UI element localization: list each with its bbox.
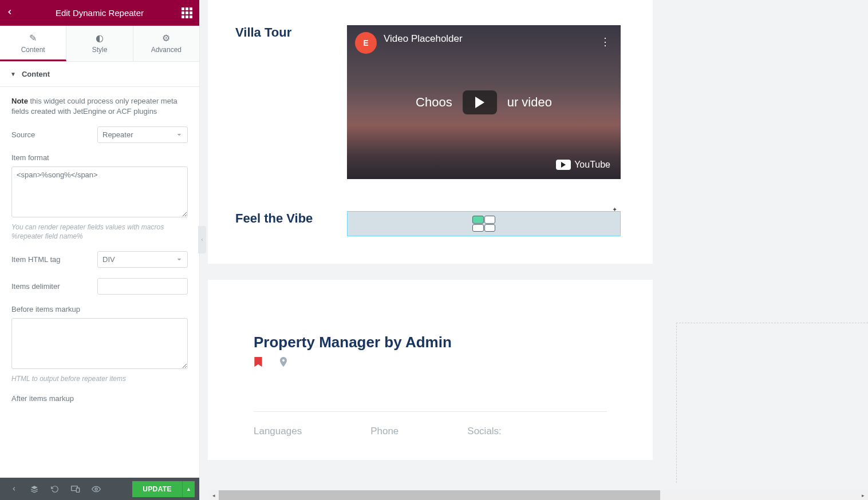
- repeater-widget-placeholder[interactable]: ✦: [347, 211, 621, 236]
- tab-content[interactable]: ✎ Content: [0, 26, 66, 61]
- scroll-right-arrow-icon[interactable]: ▸: [858, 490, 868, 500]
- item-format-help: You can render repeater fields values wi…: [11, 223, 188, 241]
- location-pin-icon[interactable]: [279, 357, 288, 371]
- note-rest: this widget could process only repeater …: [11, 97, 177, 116]
- history-icon[interactable]: [46, 481, 64, 498]
- tab-style[interactable]: ◐ Style: [66, 26, 133, 61]
- before-markup-help: HTML to output before repeater items: [11, 374, 188, 383]
- video-brand-icon: E: [355, 32, 377, 54]
- video-placeholder[interactable]: E Video Placeholder ⋮ Choos ur video You…: [347, 25, 621, 179]
- manager-icons: [254, 357, 607, 371]
- svg-marker-0: [31, 486, 38, 489]
- contrast-icon: ◐: [66, 33, 132, 43]
- info-socials: Socials:: [467, 426, 502, 437]
- footer-back-icon[interactable]: [5, 481, 23, 498]
- youtube-badge[interactable]: YouTube: [556, 160, 610, 170]
- villa-heading: Villa Tour: [235, 25, 347, 40]
- tab-label: Content: [21, 46, 45, 54]
- section-title: Content: [22, 70, 50, 78]
- tab-label: Advanced: [151, 46, 182, 54]
- manager-card: Property Manager by Admin Languages Phon…: [208, 280, 653, 460]
- items-delimiter-input[interactable]: [97, 278, 188, 295]
- panel-body: Note this widget could process only repe…: [0, 87, 199, 478]
- tab-advanced[interactable]: ⚙ Advanced: [133, 26, 199, 61]
- video-title: Video Placeholder: [384, 33, 463, 45]
- sidebar-title: Edit Dynamic Repeater: [56, 8, 144, 18]
- widgets-grid-button[interactable]: [182, 7, 192, 18]
- item-html-tag-select[interactable]: DIV: [97, 251, 188, 268]
- villa-row: Villa Tour E Video Placeholder ⋮ Choos u…: [235, 25, 625, 179]
- preview-area: Villa Tour E Video Placeholder ⋮ Choos u…: [200, 0, 868, 500]
- youtube-logo-icon: [556, 160, 571, 170]
- editor-sidebar: Edit Dynamic Repeater ✎ Content ◐ Style …: [0, 0, 200, 500]
- sidebar-header: Edit Dynamic Repeater: [0, 0, 199, 26]
- pencil-icon: ✎: [0, 33, 66, 43]
- item-html-tag-label: Item HTML tag: [11, 255, 97, 264]
- sidebar-footer: UPDATE ▲: [0, 478, 199, 500]
- widget-edit-handle-icon[interactable]: ✦: [612, 206, 620, 213]
- video-center: Choos ur video: [416, 90, 552, 114]
- svg-rect-2: [76, 488, 79, 492]
- gear-icon: ⚙: [133, 33, 199, 43]
- scroll-left-arrow-icon[interactable]: ◂: [209, 490, 219, 500]
- tab-label: Style: [92, 46, 108, 54]
- bookmark-icon[interactable]: [254, 357, 263, 371]
- item-format-textarea[interactable]: <span>%song%</span>: [11, 166, 188, 217]
- vibe-row: Feel the Vibe ✦: [235, 211, 625, 236]
- svg-point-3: [95, 488, 97, 490]
- video-menu-icon[interactable]: ⋮: [600, 35, 610, 48]
- tabs: ✎ Content ◐ Style ⚙ Advanced: [0, 26, 199, 62]
- repeater-icon: [472, 216, 495, 232]
- before-markup-textarea[interactable]: [11, 318, 188, 369]
- update-button-group: UPDATE ▲: [132, 481, 195, 497]
- before-markup-label: Before items markup: [11, 305, 188, 314]
- video-center-left: Choos: [416, 95, 452, 110]
- preview-icon[interactable]: [87, 481, 105, 498]
- back-button[interactable]: [6, 7, 14, 19]
- after-markup-label: After items markup: [11, 394, 188, 403]
- source-label: Source: [11, 130, 97, 139]
- note-bold: Note: [11, 97, 28, 105]
- source-select[interactable]: Repeater: [97, 126, 188, 143]
- scroll-track[interactable]: [219, 490, 858, 500]
- content-card: Villa Tour E Video Placeholder ⋮ Choos u…: [208, 0, 653, 264]
- items-delimiter-label: Items delimiter: [11, 282, 97, 291]
- drop-zone[interactable]: [676, 323, 868, 483]
- responsive-icon[interactable]: [66, 481, 85, 498]
- manager-heading: Property Manager by Admin: [254, 334, 607, 351]
- update-options-toggle[interactable]: ▲: [182, 481, 195, 497]
- layers-icon[interactable]: [25, 481, 44, 498]
- info-languages: Languages: [254, 426, 302, 437]
- section-toggle-content[interactable]: ▼ Content: [0, 62, 199, 87]
- scroll-thumb[interactable]: [219, 490, 660, 500]
- vibe-heading: Feel the Vibe: [235, 211, 347, 226]
- caret-down-icon: ▼: [10, 71, 16, 77]
- collapse-sidebar-handle[interactable]: [198, 226, 206, 253]
- source-row: Source Repeater: [11, 126, 188, 143]
- preview-scroll[interactable]: Villa Tour E Video Placeholder ⋮ Choos u…: [208, 0, 868, 483]
- horizontal-scrollbar[interactable]: ◂ ▸: [209, 490, 868, 500]
- youtube-label: YouTube: [574, 160, 610, 170]
- items-delimiter-row: Items delimiter: [11, 278, 188, 295]
- item-format-label: Item format: [11, 153, 188, 162]
- item-html-tag-row: Item HTML tag DIV: [11, 251, 188, 268]
- info-phone: Phone: [370, 426, 399, 437]
- info-row: Languages Phone Socials:: [254, 426, 607, 437]
- note-text: Note this widget could process only repe…: [11, 96, 188, 116]
- video-center-right: ur video: [507, 95, 552, 110]
- update-button[interactable]: UPDATE: [132, 481, 182, 497]
- divider: [254, 411, 607, 412]
- play-button-icon[interactable]: [463, 90, 497, 114]
